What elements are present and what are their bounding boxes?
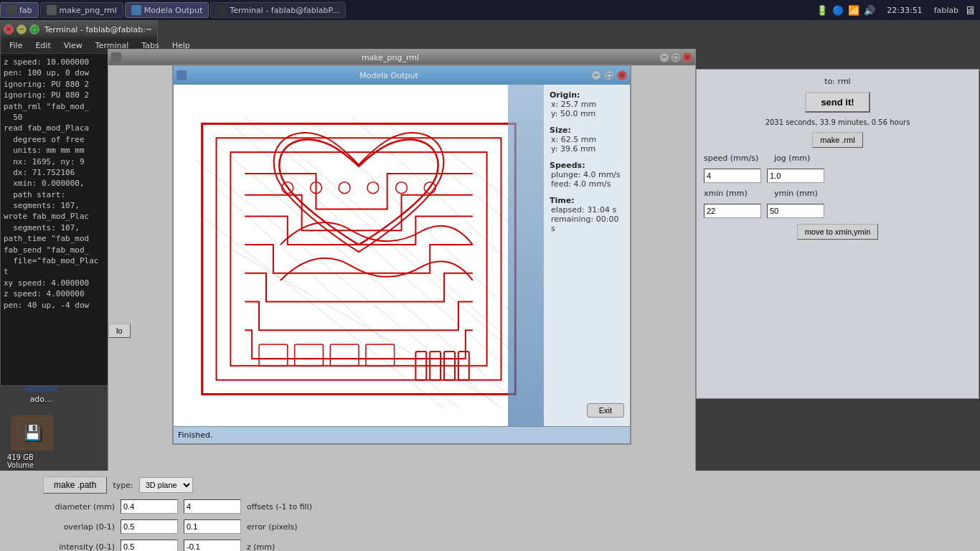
fab-panel: to: rml send it! 2031 seconds, 33.9 minu… [696, 69, 979, 399]
ymin-input[interactable] [767, 204, 824, 218]
monitor-icon: 🖥 [964, 4, 980, 17]
size-y: y: 39.6 mm [550, 144, 624, 154]
overlap-input1[interactable] [121, 519, 178, 534]
app1-icon [6, 5, 17, 15]
origin-section: Origin: x: 25.7 mm y: 50.0 mm [550, 90, 624, 118]
speeds-section: Speeds: plunge: 4.0 mm/s feed: 4.0 mm/s [550, 161, 624, 189]
make-path-button[interactable]: make .path [43, 476, 107, 494]
origin-x: x: 25.7 mm [550, 100, 624, 109]
speed-jog-labels: speed (mm/s) jog (mm) [704, 154, 971, 163]
modela-title: Modela Output [189, 71, 588, 80]
time-label: Time: [550, 196, 624, 205]
desktop-icon-ado-label: ado... [30, 395, 52, 404]
time-info-row: 2031 seconds, 33.9 minutes, 0.56 hours [704, 118, 971, 126]
modela-win-icon [176, 70, 187, 80]
modela-titlebar: Modela Output ─ □ ✕ [174, 66, 630, 85]
make-png-max[interactable]: □ [671, 52, 681, 62]
overlap-label: overlap (0-1) [43, 522, 115, 532]
system-icons: 🔋 🔵 📶 🔊 [816, 5, 881, 16]
taskbar-app3[interactable]: Modela Output [125, 2, 209, 18]
move-btn-row: move to xmin,ymin [704, 224, 971, 240]
terminal-title: Terminal - fablab@fablab:~ [42, 25, 154, 34]
speeds-feed: feed: 4.0 mm/s [550, 179, 624, 189]
diameter-label: diameter (mm) [43, 502, 115, 512]
modela-status-bar: Finished. [174, 426, 630, 443]
diameter-row: diameter (mm) offsets (-1 to fill) [43, 499, 937, 514]
terminal-close-btn[interactable]: ✕ [4, 24, 14, 34]
make-png-close[interactable]: ✕ [682, 52, 692, 62]
terminal-titlebar: ✕ ─ □ Terminal - fablab@fablab:~ [1, 21, 157, 38]
taskbar-app4-label: Terminal - fablab@fablabP... [230, 6, 339, 15]
battery-icon: 🔋 [816, 5, 828, 16]
bluetooth-icon: 🔵 [832, 5, 844, 16]
speed-jog-inputs [704, 169, 971, 183]
overlap-input2[interactable] [184, 519, 241, 534]
move-to-xmin-ymin-button[interactable]: move to xmin,ymin [797, 224, 879, 240]
app2-icon [47, 5, 57, 15]
modela-close[interactable]: ✕ [617, 70, 627, 80]
terminal-menu-edit[interactable]: Edit [29, 39, 56, 52]
error-label: error (pixels) [247, 522, 297, 532]
make-rml-row: make .rml [704, 132, 971, 148]
taskbar-app1-label: fab [19, 6, 32, 15]
make-png-rml-title: make_png_rml [123, 53, 658, 62]
speed-label: speed (mm/s) [704, 154, 768, 163]
speed-input[interactable] [704, 169, 761, 183]
xmin-input[interactable] [704, 204, 761, 218]
app3-icon [131, 5, 141, 15]
desktop-icon-volume[interactable]: 💾 419 GB Volume [7, 415, 57, 469]
type-dropdown[interactable]: 3D plane [139, 477, 193, 493]
send-it-button[interactable]: send it! [805, 92, 870, 113]
terminal-menu-file[interactable]: File [4, 39, 28, 52]
full-bottom-controls: make .path type: 3D plane diameter (mm) … [0, 471, 980, 551]
modela-exit-row: Exit [550, 400, 624, 420]
ymin-label: ymin (mm) [774, 189, 818, 198]
diameter-input1[interactable] [121, 499, 178, 514]
make-rml-button[interactable]: make .rml [812, 132, 862, 148]
type-select[interactable]: 3D plane [139, 477, 193, 493]
speeds-plunge: plunge: 4.0 mm/s [550, 170, 624, 179]
terminal-min-btn[interactable]: ─ [17, 24, 27, 34]
make-png-min[interactable]: ─ [659, 52, 669, 62]
terminal-menu-view[interactable]: View [58, 39, 88, 52]
offsets-label: offsets (-1 to fill) [247, 502, 312, 512]
make-path-row: make .path type: 3D plane [43, 476, 937, 494]
to-rml-label: to: rml [824, 77, 850, 86]
size-section: Size: x: 62.5 mm y: 39.6 mm [550, 126, 624, 154]
modela-info-panel: Origin: x: 25.7 mm y: 50.0 mm Size: x: 6… [544, 85, 630, 426]
modela-status-text: Finished. [178, 430, 213, 440]
taskbar-app3-label: Modela Output [144, 6, 202, 15]
xmin-ymin-inputs [704, 204, 971, 218]
desktop-icon-volume-label: 419 GB Volume [7, 453, 57, 469]
taskbar-app1[interactable]: fab [0, 2, 39, 18]
pcb-svg [174, 85, 544, 426]
size-x: x: 62.5 mm [550, 135, 624, 144]
blue-preview-panel [508, 85, 544, 426]
xmin-label: xmin (mm) [704, 189, 768, 198]
modela-body: Origin: x: 25.7 mm y: 50.0 mm Size: x: 6… [174, 85, 630, 443]
origin-label: Origin: [550, 90, 624, 100]
jog-input[interactable] [767, 169, 824, 183]
app4-icon [217, 5, 227, 15]
time-section: Time: elapsed: 31:04 s remaining: 00:00 … [550, 196, 624, 233]
modela-min[interactable]: ─ [591, 70, 601, 80]
type-label: type: [113, 481, 133, 490]
log-button[interactable]: lo [108, 324, 131, 338]
diameter-input2[interactable] [184, 499, 241, 514]
wifi-icon: 📶 [848, 5, 859, 16]
xmin-ymin-labels: xmin (mm) ymin (mm) [704, 189, 971, 198]
modela-max[interactable]: □ [604, 70, 614, 80]
time-info-label: 2031 seconds, 33.9 minutes, 0.56 hours [765, 118, 910, 126]
modela-canvas [174, 85, 544, 426]
taskbar-user-label: fablab [928, 6, 964, 15]
taskbar-app2[interactable]: make_png_rml [40, 2, 123, 18]
time-remaining: remaining: 00:00 s [550, 215, 624, 233]
modela-exit-button[interactable]: Exit [587, 403, 624, 418]
intensity-input2[interactable] [184, 540, 241, 551]
size-label: Size: [550, 126, 624, 135]
terminal-max-btn[interactable]: □ [29, 24, 39, 34]
taskbar-app4[interactable]: Terminal - fablab@fablabP... [210, 2, 346, 18]
intensity-input1[interactable] [121, 540, 178, 551]
intensity-label: intensity (0-1) [43, 542, 115, 552]
taskbar-left: fab make_png_rml Modela Output Terminal … [0, 2, 816, 18]
